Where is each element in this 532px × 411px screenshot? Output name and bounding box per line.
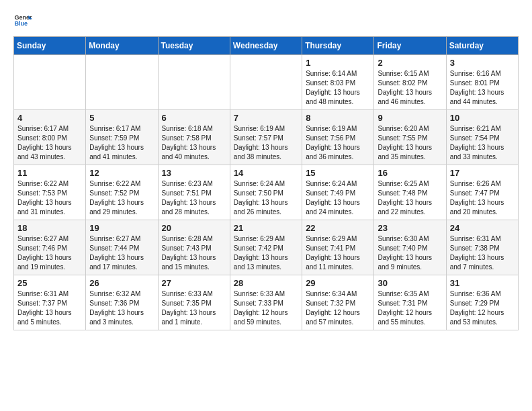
day-number: 14 — [234, 168, 298, 178]
day-number: 10 — [450, 113, 515, 123]
cell-text: Sunrise: 6:21 AM Sunset: 7:54 PM Dayligh… — [450, 124, 515, 162]
cell-text: Sunrise: 6:17 AM Sunset: 7:59 PM Dayligh… — [89, 124, 154, 162]
calendar-cell: 25Sunrise: 6:31 AM Sunset: 7:37 PM Dayli… — [14, 275, 86, 330]
day-number: 8 — [306, 113, 370, 123]
day-number: 18 — [17, 223, 82, 233]
day-number: 31 — [450, 278, 515, 288]
day-number: 15 — [306, 168, 370, 178]
calendar-cell: 27Sunrise: 6:33 AM Sunset: 7:35 PM Dayli… — [158, 275, 230, 330]
cell-text: Sunrise: 6:31 AM Sunset: 7:37 PM Dayligh… — [17, 289, 82, 327]
day-number: 29 — [306, 278, 370, 288]
day-number: 27 — [162, 278, 226, 288]
cell-text: Sunrise: 6:28 AM Sunset: 7:43 PM Dayligh… — [162, 234, 226, 272]
day-number: 12 — [89, 168, 154, 178]
cell-text: Sunrise: 6:29 AM Sunset: 7:42 PM Dayligh… — [234, 234, 298, 272]
day-number: 9 — [378, 113, 442, 123]
day-of-week-header: Sunday — [14, 37, 86, 55]
calendar-cell: 6Sunrise: 6:18 AM Sunset: 7:58 PM Daylig… — [158, 110, 230, 165]
calendar-cell — [14, 55, 86, 110]
calendar-cell: 20Sunrise: 6:28 AM Sunset: 7:43 PM Dayli… — [158, 220, 230, 275]
day-number: 16 — [378, 168, 442, 178]
day-of-week-header: Thursday — [302, 37, 374, 55]
calendar-cell: 9Sunrise: 6:20 AM Sunset: 7:55 PM Daylig… — [374, 110, 446, 165]
cell-text: Sunrise: 6:33 AM Sunset: 7:33 PM Dayligh… — [234, 289, 298, 327]
day-number: 7 — [234, 113, 298, 123]
day-number: 22 — [306, 223, 370, 233]
calendar-cell: 5Sunrise: 6:17 AM Sunset: 7:59 PM Daylig… — [86, 110, 158, 165]
day-number: 28 — [234, 278, 298, 288]
calendar-cell: 16Sunrise: 6:25 AM Sunset: 7:48 PM Dayli… — [374, 165, 446, 220]
day-number: 11 — [17, 168, 82, 178]
day-number: 30 — [378, 278, 442, 288]
calendar-cell: 2Sunrise: 6:15 AM Sunset: 8:02 PM Daylig… — [374, 55, 446, 110]
cell-text: Sunrise: 6:14 AM Sunset: 8:03 PM Dayligh… — [306, 69, 370, 107]
cell-text: Sunrise: 6:18 AM Sunset: 7:58 PM Dayligh… — [162, 124, 226, 162]
day-number: 24 — [450, 223, 515, 233]
calendar-cell — [158, 55, 230, 110]
calendar-cell: 10Sunrise: 6:21 AM Sunset: 7:54 PM Dayli… — [446, 110, 518, 165]
calendar-cell — [86, 55, 158, 110]
day-number: 17 — [450, 168, 515, 178]
cell-text: Sunrise: 6:23 AM Sunset: 7:51 PM Dayligh… — [162, 179, 226, 217]
day-number: 6 — [162, 113, 226, 123]
calendar-cell: 30Sunrise: 6:35 AM Sunset: 7:31 PM Dayli… — [374, 275, 446, 330]
logo: General Blue — [13, 11, 35, 30]
day-number: 5 — [89, 113, 154, 123]
calendar-cell: 15Sunrise: 6:24 AM Sunset: 7:49 PM Dayli… — [302, 165, 374, 220]
calendar-cell: 28Sunrise: 6:33 AM Sunset: 7:33 PM Dayli… — [230, 275, 302, 330]
calendar-cell: 21Sunrise: 6:29 AM Sunset: 7:42 PM Dayli… — [230, 220, 302, 275]
day-number: 23 — [378, 223, 442, 233]
cell-text: Sunrise: 6:24 AM Sunset: 7:50 PM Dayligh… — [234, 179, 298, 217]
calendar-cell: 22Sunrise: 6:29 AM Sunset: 7:41 PM Dayli… — [302, 220, 374, 275]
cell-text: Sunrise: 6:30 AM Sunset: 7:40 PM Dayligh… — [378, 234, 442, 272]
day-of-week-header: Friday — [374, 37, 446, 55]
day-number: 25 — [17, 278, 82, 288]
svg-text:Blue: Blue — [14, 20, 28, 27]
cell-text: Sunrise: 6:24 AM Sunset: 7:49 PM Dayligh… — [306, 179, 370, 217]
cell-text: Sunrise: 6:27 AM Sunset: 7:46 PM Dayligh… — [17, 234, 82, 272]
cell-text: Sunrise: 6:36 AM Sunset: 7:29 PM Dayligh… — [450, 289, 515, 327]
cell-text: Sunrise: 6:19 AM Sunset: 7:57 PM Dayligh… — [234, 124, 298, 162]
cell-text: Sunrise: 6:15 AM Sunset: 8:02 PM Dayligh… — [378, 69, 442, 107]
day-of-week-header: Saturday — [446, 37, 518, 55]
calendar-cell: 1Sunrise: 6:14 AM Sunset: 8:03 PM Daylig… — [302, 55, 374, 110]
cell-text: Sunrise: 6:16 AM Sunset: 8:01 PM Dayligh… — [450, 69, 515, 107]
day-number: 3 — [450, 58, 515, 68]
calendar-week-row: 25Sunrise: 6:31 AM Sunset: 7:37 PM Dayli… — [14, 275, 519, 330]
day-number: 1 — [306, 58, 370, 68]
cell-text: Sunrise: 6:20 AM Sunset: 7:55 PM Dayligh… — [378, 124, 442, 162]
calendar-cell — [230, 55, 302, 110]
day-number: 2 — [378, 58, 442, 68]
day-number: 20 — [162, 223, 226, 233]
calendar-cell: 12Sunrise: 6:22 AM Sunset: 7:52 PM Dayli… — [86, 165, 158, 220]
cell-text: Sunrise: 6:19 AM Sunset: 7:56 PM Dayligh… — [306, 124, 370, 162]
cell-text: Sunrise: 6:35 AM Sunset: 7:31 PM Dayligh… — [378, 289, 442, 327]
calendar-cell: 23Sunrise: 6:30 AM Sunset: 7:40 PM Dayli… — [374, 220, 446, 275]
calendar-cell: 26Sunrise: 6:32 AM Sunset: 7:36 PM Dayli… — [86, 275, 158, 330]
day-number: 4 — [17, 113, 82, 123]
header: General Blue — [13, 11, 519, 30]
calendar-cell: 29Sunrise: 6:34 AM Sunset: 7:32 PM Dayli… — [302, 275, 374, 330]
calendar-cell: 14Sunrise: 6:24 AM Sunset: 7:50 PM Dayli… — [230, 165, 302, 220]
cell-text: Sunrise: 6:27 AM Sunset: 7:44 PM Dayligh… — [89, 234, 154, 272]
calendar-cell: 8Sunrise: 6:19 AM Sunset: 7:56 PM Daylig… — [302, 110, 374, 165]
calendar-cell: 3Sunrise: 6:16 AM Sunset: 8:01 PM Daylig… — [446, 55, 518, 110]
calendar-cell: 17Sunrise: 6:26 AM Sunset: 7:47 PM Dayli… — [446, 165, 518, 220]
calendar-table: SundayMondayTuesdayWednesdayThursdayFrid… — [13, 36, 519, 330]
calendar-cell: 24Sunrise: 6:31 AM Sunset: 7:38 PM Dayli… — [446, 220, 518, 275]
calendar-week-row: 1Sunrise: 6:14 AM Sunset: 8:03 PM Daylig… — [14, 55, 519, 110]
day-number: 26 — [89, 278, 154, 288]
cell-text: Sunrise: 6:25 AM Sunset: 7:48 PM Dayligh… — [378, 179, 442, 217]
calendar-week-row: 11Sunrise: 6:22 AM Sunset: 7:53 PM Dayli… — [14, 165, 519, 220]
calendar-cell: 31Sunrise: 6:36 AM Sunset: 7:29 PM Dayli… — [446, 275, 518, 330]
day-of-week-header: Wednesday — [230, 37, 302, 55]
cell-text: Sunrise: 6:29 AM Sunset: 7:41 PM Dayligh… — [306, 234, 370, 272]
day-number: 13 — [162, 168, 226, 178]
cell-text: Sunrise: 6:17 AM Sunset: 8:00 PM Dayligh… — [17, 124, 82, 162]
day-of-week-header: Tuesday — [158, 37, 230, 55]
logo-icon: General Blue — [13, 11, 32, 30]
calendar-cell: 7Sunrise: 6:19 AM Sunset: 7:57 PM Daylig… — [230, 110, 302, 165]
calendar-cell: 4Sunrise: 6:17 AM Sunset: 8:00 PM Daylig… — [14, 110, 86, 165]
cell-text: Sunrise: 6:33 AM Sunset: 7:35 PM Dayligh… — [162, 289, 226, 327]
cell-text: Sunrise: 6:31 AM Sunset: 7:38 PM Dayligh… — [450, 234, 515, 272]
